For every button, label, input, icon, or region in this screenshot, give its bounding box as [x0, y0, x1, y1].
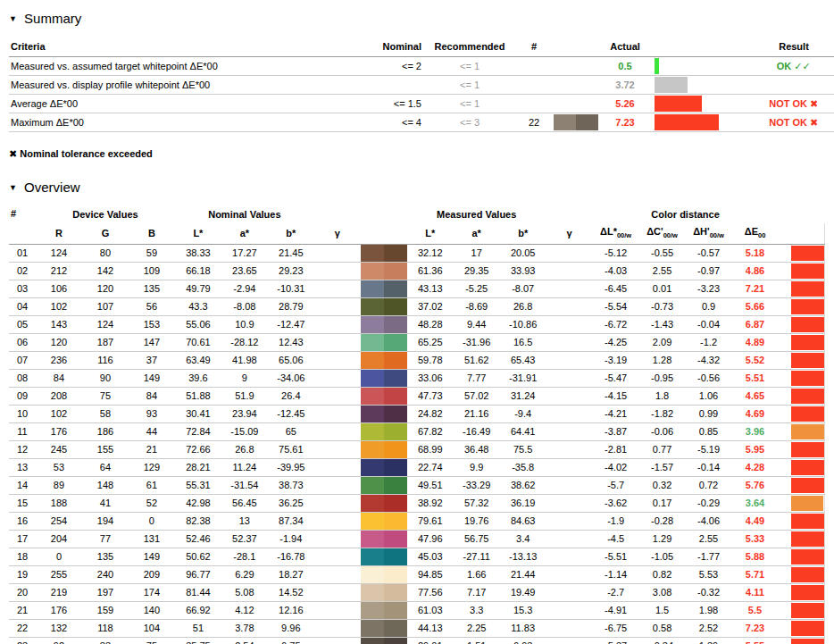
measured-gamma: [546, 263, 593, 280]
measured-bstar: -9.4: [500, 406, 546, 423]
device-b: 0: [129, 513, 175, 531]
measured-astar: 51.62: [454, 352, 500, 370]
measured-gamma: [546, 459, 593, 477]
device-r: 102: [36, 406, 82, 423]
summary-section-toggle[interactable]: ▼ Summary: [9, 11, 834, 26]
nominal-gamma: [314, 620, 361, 638]
measured-bstar: 64.41: [500, 423, 546, 441]
measured-astar: 2.25: [454, 620, 500, 638]
bar-cell: [779, 352, 825, 370]
nominal-lstar: 51: [175, 620, 221, 638]
delta-c-value: 0.58: [639, 620, 686, 638]
measured-astar: 7.17: [454, 584, 500, 602]
delta-l-value: -3.87: [593, 423, 639, 441]
patch-index: 01: [9, 245, 36, 263]
nominal-gamma: [314, 638, 361, 644]
nominal-bstar: 29.23: [268, 263, 314, 280]
measured-gamma: [546, 513, 593, 531]
bar-cell: [650, 95, 737, 113]
nominal-bstar: 65.06: [268, 352, 314, 370]
patch-index: 08: [9, 370, 36, 388]
device-r: 208: [36, 388, 82, 406]
delta-l-value: -5.12: [593, 245, 639, 263]
measured-astar: 9.9: [454, 459, 500, 477]
nominal-astar: -31.54: [221, 477, 268, 495]
overview-header-gamma-spacer: [546, 205, 593, 223]
device-g: 118: [82, 620, 129, 638]
delta-l-value: -1.14: [593, 566, 639, 584]
device-b: 153: [129, 316, 175, 334]
nominal-lstar: 51.88: [175, 388, 221, 406]
color-patch-swatch: [361, 548, 407, 565]
delta-e-value: 5.52: [732, 352, 779, 370]
summary-row: Measured vs. display profile whitepoint …: [9, 76, 834, 95]
device-r: 132: [36, 620, 82, 638]
patch-swatch-cell: [361, 513, 407, 531]
device-b: 61: [129, 477, 175, 495]
nominal-bstar: 6.75: [268, 638, 314, 644]
bar-cell: [779, 566, 825, 584]
nominal-gamma: [314, 459, 361, 477]
nominal-lstar: 35.75: [175, 638, 221, 644]
delta-c-value: -1.82: [639, 406, 686, 423]
header-g: G: [82, 223, 129, 245]
delta-l-value: -1.9: [593, 513, 639, 531]
measured-astar: 1.66: [454, 566, 500, 584]
delta-c-value: 3.08: [639, 584, 686, 602]
header-gamma: γ: [314, 223, 361, 245]
bar-cell: [779, 620, 825, 638]
delta-e-bar: [791, 514, 825, 529]
delta-h-value: -0.14: [686, 459, 732, 477]
device-g: 83: [82, 638, 129, 644]
nominal-gamma: [314, 263, 361, 280]
delta-c-value: -1.43: [639, 316, 686, 334]
color-patch-swatch: [361, 423, 407, 440]
overview-section-toggle[interactable]: ▼ Overview: [9, 180, 834, 195]
delta-h-value: -0.57: [686, 245, 732, 263]
delta-c-value: -0.34: [639, 638, 686, 644]
summary-header-result: Result: [737, 37, 834, 57]
patch-swatch-cell: [361, 638, 407, 644]
nominal-lstar: 49.79: [175, 280, 221, 298]
delta-e-bar: [791, 603, 825, 618]
delta-e-value: 6.87: [732, 316, 779, 334]
nominal-astar: 51.9: [221, 388, 268, 406]
delta-e-value: 5.88: [732, 548, 779, 566]
delta-h-value: -0.97: [686, 263, 732, 280]
device-b: 93: [129, 406, 175, 423]
measured-lstar: 49.51: [407, 477, 454, 495]
delta-e-bar: [791, 263, 825, 279]
bar-cell: [779, 459, 825, 477]
patch-swatch-cell: [361, 459, 407, 477]
device-b: 131: [129, 531, 175, 548]
nominal-bstar: 28.79: [268, 298, 314, 316]
delta-l-value: -5.54: [593, 298, 639, 316]
delta-e-bar: [791, 335, 825, 350]
tolerance-exceeded-note-text: Nominal tolerance exceeded: [20, 148, 153, 159]
measured-bstar: 33.93: [500, 263, 546, 280]
nominal-bstar: -34.06: [268, 370, 314, 388]
bar-cell: [779, 280, 825, 298]
measured-lstar: 77.56: [407, 584, 454, 602]
patch-row: 0221214210966.1823.6529.2361.3629.3533.9…: [9, 263, 825, 280]
delta-l-value: -4.03: [593, 263, 639, 280]
delta-e-bar: [655, 114, 719, 130]
nominal-gamma: [314, 513, 361, 531]
measured-lstar: 47.96: [407, 531, 454, 548]
patch-swatch-cell: [361, 280, 407, 298]
delta-c-value: -1.05: [639, 548, 686, 566]
device-g: 41: [82, 495, 129, 513]
result-label: NOT OK ✖: [737, 113, 834, 132]
patch-number: [516, 57, 552, 76]
criteria-label: Measured vs. display profile whitepoint …: [9, 76, 368, 95]
overview-tbody: 01124805938.3317.2721.4532.121720.05-5.1…: [9, 245, 825, 644]
header-bar-spacer: [779, 223, 825, 245]
measured-gamma: [546, 406, 593, 423]
delta-h-value: 0.9: [686, 298, 732, 316]
device-r: 254: [36, 513, 82, 531]
summary-header-bar-spacer: [650, 37, 737, 57]
nominal-gamma: [314, 352, 361, 370]
patch-swatch-cell: [361, 352, 407, 370]
nominal-lstar: 72.66: [175, 441, 221, 459]
delta-h-value: -0.04: [686, 316, 732, 334]
